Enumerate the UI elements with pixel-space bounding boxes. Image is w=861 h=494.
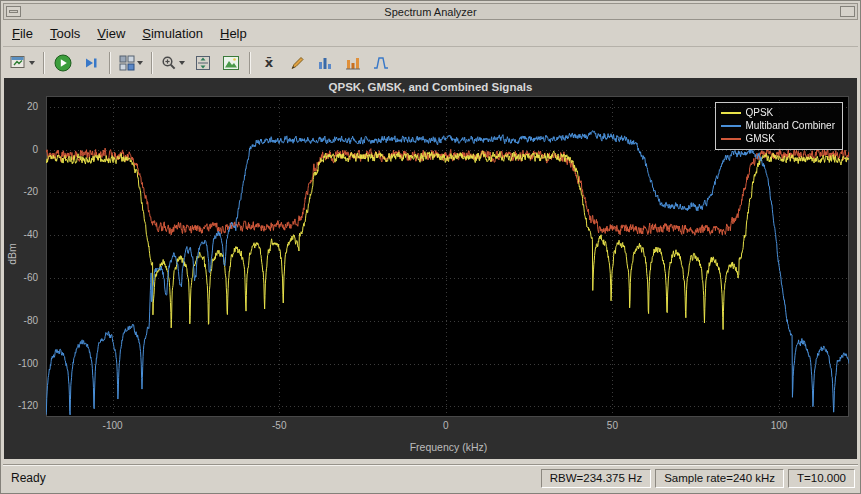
- window-title: Spectrum Analyzer: [23, 6, 838, 18]
- plot-area[interactable]: QPSKMultiband CombinerGMSK: [46, 96, 849, 417]
- export-dropdown-button[interactable]: [7, 51, 38, 75]
- y-tick-label: 20: [4, 101, 38, 112]
- simulation-settings-icon: [119, 55, 135, 71]
- autoscale-button[interactable]: [218, 51, 244, 75]
- run-icon: [54, 54, 72, 72]
- statusbar: Ready RBW=234.375 Hz Sample rate=240 kHz…: [3, 464, 858, 491]
- distortion-measurements-button[interactable]: [340, 51, 366, 75]
- y-tick-label: -120: [4, 400, 38, 411]
- dropdown-caret-icon: [137, 61, 143, 65]
- step-forward-button[interactable]: [78, 51, 104, 75]
- toolbar-separator: [151, 52, 153, 74]
- spectrum-analyzer-window: Spectrum Analyzer File Tools View Simula…: [0, 0, 861, 494]
- legend-line-swatch: [721, 125, 741, 127]
- run-button[interactable]: [50, 51, 76, 75]
- toolbar-separator: [109, 52, 111, 74]
- scope-figure: QPSK, GMSK, and Combined Signals dBm QPS…: [4, 78, 857, 459]
- zoom-in-icon: [161, 55, 177, 71]
- dropdown-caret-icon: [29, 61, 35, 65]
- menu-help[interactable]: Help: [220, 26, 247, 41]
- peak-finder-button[interactable]: [284, 51, 310, 75]
- window-menu-button[interactable]: [6, 6, 21, 17]
- x-tick-label: -100: [91, 420, 135, 431]
- y-tick-label: -80: [4, 315, 38, 326]
- status-ready: Ready: [11, 471, 46, 485]
- distortion-measurements-icon: [345, 55, 361, 70]
- x-tick-label: -50: [257, 420, 301, 431]
- toolbar: x̄: [3, 46, 858, 78]
- x-tick-label: 0: [424, 420, 468, 431]
- window-maximize-button[interactable]: [840, 6, 855, 17]
- status-rbw: RBW=234.375 Hz: [541, 469, 651, 488]
- channel-measurements-icon: [317, 55, 333, 70]
- spectral-mask-icon: [373, 55, 389, 70]
- spectral-mask-button[interactable]: [368, 51, 394, 75]
- full-span-icon: [195, 55, 211, 71]
- cursor-measurements-button[interactable]: x̄: [256, 51, 282, 75]
- legend-line-swatch: [721, 138, 741, 140]
- legend-label: GMSK: [746, 133, 775, 144]
- menu-simulation[interactable]: Simulation: [142, 26, 203, 41]
- x-axis-label: Frequency (kHz): [46, 441, 851, 453]
- legend-item: QPSK: [721, 106, 836, 119]
- menu-file[interactable]: File: [12, 26, 33, 41]
- titlebar[interactable]: Spectrum Analyzer: [3, 3, 858, 20]
- x-tick-label: 100: [757, 420, 801, 431]
- x-tick-label: 50: [590, 420, 634, 431]
- step-forward-icon: [83, 55, 99, 71]
- autoscale-icon: [223, 56, 239, 70]
- dropdown-caret-icon: [179, 61, 185, 65]
- peak-finder-icon: [289, 55, 305, 71]
- full-span-button[interactable]: [190, 51, 216, 75]
- simulation-settings-dropdown-button[interactable]: [116, 51, 146, 75]
- y-tick-label: -20: [4, 186, 38, 197]
- window-menu-icon: [9, 10, 18, 13]
- zoom-dropdown-button[interactable]: [158, 51, 188, 75]
- y-tick-label: -100: [4, 358, 38, 369]
- menu-view[interactable]: View: [97, 26, 125, 41]
- legend-item: Multiband Combiner: [721, 119, 836, 132]
- legend-line-swatch: [721, 112, 741, 114]
- toolbar-separator: [249, 52, 251, 74]
- plot-title: QPSK, GMSK, and Combined Signals: [4, 81, 857, 93]
- y-tick-label: -40: [4, 229, 38, 240]
- menubar: File Tools View Simulation Help: [3, 20, 858, 46]
- y-tick-label: -60: [4, 272, 38, 283]
- channel-measurements-button[interactable]: [312, 51, 338, 75]
- export-icon: [10, 55, 27, 70]
- legend-label: Multiband Combiner: [746, 120, 836, 131]
- legend-label: QPSK: [746, 107, 774, 118]
- cursor-measurements-icon: x̄: [265, 55, 273, 70]
- toolbar-separator: [43, 52, 45, 74]
- y-tick-label: 0: [4, 144, 38, 155]
- menu-tools[interactable]: Tools: [50, 26, 80, 41]
- status-sample-rate: Sample rate=240 kHz: [655, 469, 784, 488]
- legend[interactable]: QPSKMultiband CombinerGMSK: [715, 102, 844, 150]
- status-time: T=10.000: [788, 469, 855, 488]
- legend-item: GMSK: [721, 132, 836, 145]
